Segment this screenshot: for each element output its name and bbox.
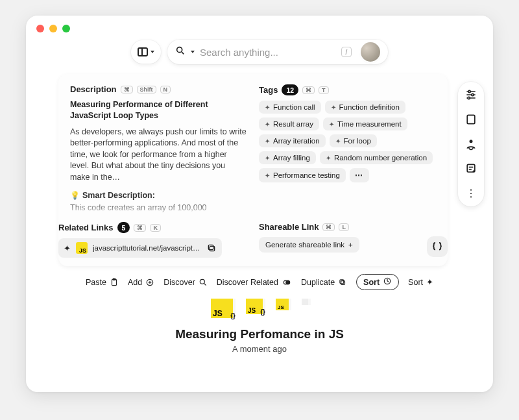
sparkle-icon [265, 104, 270, 111]
tags-count-badge: 12 [282, 84, 298, 95]
sort-smart-button[interactable]: Sort [408, 274, 433, 290]
smart-description-body: This code creates an array of 100,000 [70, 203, 247, 214]
sort-recent-button[interactable]: Sort [356, 274, 399, 290]
svg-rect-8 [467, 115, 475, 123]
js-thumbnail[interactable]: JS{} [211, 299, 233, 318]
tag-chip[interactable]: For loop [330, 134, 377, 147]
duplicate-action[interactable]: Duplicate [301, 274, 347, 290]
tag-chip[interactable]: Random number generation [320, 151, 433, 164]
clock-icon [383, 277, 392, 288]
brackets-icon: {} [260, 308, 265, 315]
search-shortcut-key: / [341, 47, 352, 57]
js-thumbnail[interactable]: JS [276, 299, 289, 310]
search-bar[interactable]: Search anything... / [167, 40, 388, 64]
clipboard-icon [110, 278, 119, 287]
item-timestamp: A moment ago [26, 344, 493, 354]
kbd-k: K [150, 224, 161, 232]
detail-card: Description ⌘ Shift N Measuring Performa… [58, 74, 448, 266]
kbd-cmd: ⌘ [302, 86, 315, 94]
sparkle-icon [426, 277, 433, 287]
kbd-cmd: ⌘ [322, 223, 335, 231]
top-bar: Search anything... / [26, 38, 493, 66]
sparkle-icon [335, 138, 341, 145]
svg-line-21 [204, 283, 206, 285]
sparkle-icon [265, 154, 270, 162]
svg-point-0 [177, 47, 182, 53]
kbd-shift: Shift [137, 86, 156, 93]
sparkle-icon [326, 154, 331, 162]
thumbnail-row: JS{} JS{} JS [26, 299, 493, 318]
smart-description-label: Smart Description: [82, 191, 155, 200]
related-links-section: Related Links 5 ⌘ K JS javascripttutoria… [58, 222, 247, 258]
tag-chip[interactable]: Result array [259, 117, 319, 130]
code-brackets-button[interactable] [427, 236, 448, 257]
svg-rect-14 [208, 245, 213, 249]
sparkle-icon [265, 138, 270, 145]
description-label: Description [70, 84, 117, 94]
app-window: Search anything... / ⋯ Description ⌘ Shi… [26, 16, 493, 392]
shareable-link-label: Shareable Link [259, 222, 319, 232]
maximize-window-button[interactable] [62, 25, 70, 32]
filters-icon[interactable] [465, 88, 477, 101]
tag-chip[interactable]: Array iteration [259, 134, 326, 147]
sparkle-icon [265, 121, 270, 128]
minimize-window-button[interactable] [49, 25, 57, 32]
panel-layout-icon [138, 47, 148, 56]
action-bar: Paste Add Discover Discover Related Dupl… [26, 274, 493, 290]
svg-point-5 [472, 93, 474, 95]
related-links-count-badge: 5 [117, 222, 130, 233]
svg-point-9 [470, 140, 473, 143]
svg-line-28 [387, 281, 389, 282]
note-icon[interactable] [465, 162, 477, 175]
window-controls [36, 25, 70, 32]
generate-shareable-link-button[interactable]: Generate shareable link + [259, 237, 359, 253]
overlap-icon [282, 278, 292, 287]
shareable-link-section: Shareable Link ⌘ L Generate shareable li… [259, 222, 448, 258]
related-link-text: javascripttutorial.net/javascript-arr [93, 244, 201, 252]
tags-more-button[interactable]: ⋯ [350, 168, 369, 182]
svg-rect-24 [341, 280, 345, 284]
tag-chip[interactable]: Function call [259, 101, 321, 114]
svg-rect-13 [210, 246, 214, 251]
panel-icon[interactable] [465, 113, 477, 126]
description-title: Measuring Performance of Different JavaS… [70, 99, 247, 121]
kbd-l: L [339, 223, 349, 231]
kbd-cmd: ⌘ [121, 86, 133, 93]
svg-line-1 [182, 52, 184, 54]
add-action[interactable]: Add [128, 274, 154, 290]
tag-chip[interactable]: Performance testing [259, 168, 346, 182]
duplicate-icon [338, 278, 347, 287]
svg-point-20 [200, 279, 204, 284]
kbd-cmd: ⌘ [134, 224, 146, 232]
tags-label: Tags [259, 85, 278, 95]
user-link-icon[interactable] [465, 138, 477, 151]
search-icon [199, 278, 208, 287]
svg-point-7 [468, 97, 470, 99]
tags-list: Function call Function definition Result… [259, 101, 436, 182]
related-link-item[interactable]: JS javascripttutorial.net/javascript-arr [58, 238, 222, 258]
paste-action[interactable]: Paste [86, 274, 119, 290]
svg-rect-25 [340, 279, 344, 283]
plus-icon: + [348, 241, 353, 249]
js-thumbnail[interactable] [302, 299, 308, 305]
discover-action[interactable]: Discover [163, 274, 208, 290]
description-body: As developers, we always push our limits… [70, 127, 247, 184]
js-thumbnail[interactable]: JS{} [246, 299, 263, 314]
avatar[interactable] [361, 42, 380, 62]
tag-chip[interactable]: Array filling [259, 151, 316, 164]
search-icon [175, 45, 186, 58]
tag-chip[interactable]: Function definition [325, 101, 405, 114]
item-title-area: Measuring Perfomance in JS A moment ago [26, 327, 493, 354]
more-icon[interactable]: ⋯ [465, 187, 477, 200]
right-sidebar: ⋯ [458, 82, 484, 206]
copy-icon[interactable] [206, 243, 217, 253]
svg-point-23 [286, 280, 290, 284]
tag-chip[interactable]: Time measurement [323, 117, 407, 130]
chevron-down-icon [151, 51, 154, 53]
js-badge-icon: JS [76, 242, 88, 254]
plus-circle-icon [145, 278, 154, 287]
layout-toggle-button[interactable] [131, 40, 161, 64]
discover-related-action[interactable]: Discover Related [217, 274, 292, 290]
sparkle-icon [265, 172, 270, 179]
close-window-button[interactable] [36, 25, 44, 32]
